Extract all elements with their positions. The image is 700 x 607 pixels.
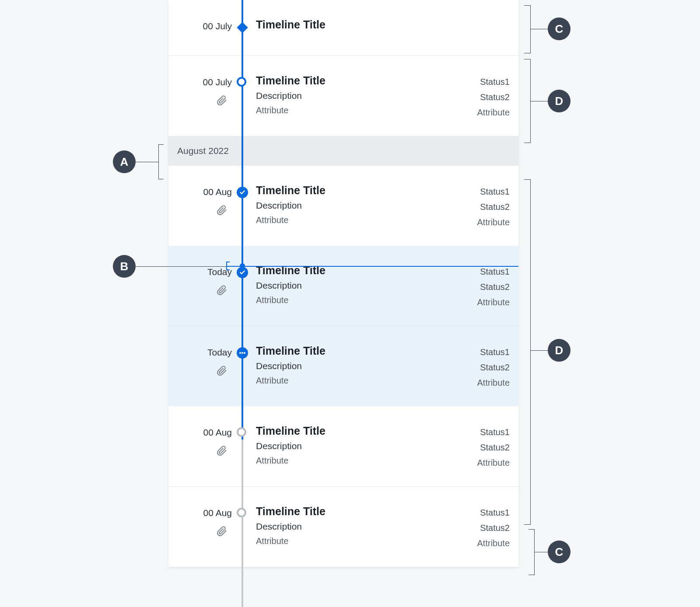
entry-attribute-left: Attribute	[256, 215, 477, 225]
paperclip-icon	[217, 446, 227, 458]
timeline-entry[interactable]: 00 July Timeline Title	[168, 0, 518, 56]
entry-status1: Status1	[477, 427, 510, 437]
circle-open-icon	[237, 77, 248, 88]
annotation-bracket	[158, 144, 164, 179]
entry-attribute-right: Attribute	[477, 538, 510, 548]
paperclip-icon	[217, 205, 227, 217]
entry-title: Timeline Title	[256, 184, 477, 197]
entry-description: Description	[256, 200, 477, 211]
entry-attribute-right: Attribute	[477, 297, 510, 307]
entry-date: 00 July	[168, 21, 232, 31]
entry-description: Description	[256, 280, 477, 291]
svg-point-2	[244, 352, 245, 354]
diamond-icon	[237, 22, 248, 33]
entry-attribute-left: Attribute	[256, 376, 477, 386]
timeline-entry[interactable]: 00 Aug Timeline Title Description Attrib…	[168, 487, 518, 567]
entry-description: Description	[256, 91, 477, 101]
today-marker-dot	[240, 263, 245, 269]
circle-open-gray-icon	[237, 508, 248, 519]
entry-description: Description	[256, 361, 477, 371]
annotation-connector	[136, 162, 158, 162]
annotation-connector	[136, 266, 226, 267]
entry-attribute-right: Attribute	[477, 458, 510, 468]
entry-date: Today	[168, 347, 232, 358]
paperclip-icon	[217, 285, 227, 297]
timeline-entry[interactable]: Today Timeline Title Description Attribu…	[168, 326, 518, 406]
entry-date: 00 Aug	[168, 508, 232, 518]
entry-title: Timeline Title	[256, 74, 477, 87]
annotation-badge-b: B	[113, 255, 136, 278]
annotation-bracket	[524, 59, 531, 143]
entry-status2: Status2	[477, 282, 510, 292]
timeline-entry[interactable]: 00 July Timeline Title Description Attri…	[168, 56, 518, 136]
svg-point-0	[239, 352, 241, 354]
annotation-bracket	[524, 179, 531, 525]
entry-date: Today	[168, 267, 232, 277]
entry-attribute-right: Attribute	[477, 217, 510, 227]
entry-date: 00 July	[168, 77, 232, 87]
entry-attribute-right: Attribute	[477, 108, 510, 118]
entry-date: 00 Aug	[168, 427, 232, 438]
annotation-connector	[531, 101, 548, 101]
today-marker-line	[226, 266, 518, 267]
entry-status1: Status1	[477, 508, 510, 518]
entry-status2: Status2	[477, 523, 510, 533]
timeline-entry[interactable]: Today Timeline Title Description Attribu…	[168, 246, 518, 326]
entry-title: Timeline Title	[256, 425, 477, 437]
annotation-connector	[531, 29, 548, 29]
annotation-connector	[535, 552, 548, 552]
dots-circle-icon	[237, 347, 248, 359]
timeline-group-header: August 2022	[168, 136, 518, 166]
circle-open-gray-icon	[237, 427, 248, 439]
entry-status2: Status2	[477, 202, 510, 212]
entry-attribute-left: Attribute	[256, 295, 477, 305]
entry-title: Timeline Title	[256, 505, 477, 518]
entry-date: 00 Aug	[168, 187, 232, 197]
annotation-bracket	[528, 529, 535, 575]
annotation-bracket	[524, 5, 531, 53]
paperclip-icon	[217, 526, 227, 538]
paperclip-icon	[217, 95, 227, 108]
annotation-badge-c: C	[548, 17, 570, 40]
annotation-badge-c: C	[548, 541, 570, 563]
timeline-entry[interactable]: 00 Aug Timeline Title Description Attrib…	[168, 406, 518, 487]
entry-attribute-left: Attribute	[256, 536, 477, 546]
svg-point-1	[242, 352, 243, 354]
entry-title: Timeline Title	[256, 345, 477, 357]
entry-attribute-left: Attribute	[256, 105, 477, 115]
entry-description: Description	[256, 521, 477, 532]
entry-status1: Status1	[477, 267, 510, 277]
annotation-badge-a: A	[113, 150, 136, 173]
annotation-connector	[531, 350, 548, 351]
timeline-card: 00 July Timeline Title 00 July Timeline …	[168, 0, 518, 567]
check-circle-icon	[237, 187, 248, 198]
annotation-badge-d: D	[548, 339, 570, 362]
entry-title: Timeline Title	[256, 18, 510, 31]
paperclip-icon	[217, 366, 227, 378]
timeline-entry[interactable]: 00 Aug Timeline Title Description Attrib…	[168, 166, 518, 246]
annotation-badge-d: D	[548, 90, 570, 112]
entry-description: Description	[256, 441, 477, 451]
entry-status1: Status1	[477, 77, 510, 87]
entry-attribute-left: Attribute	[256, 456, 477, 466]
entry-status1: Status1	[477, 187, 510, 197]
entry-status2: Status2	[477, 363, 510, 373]
entry-status2: Status2	[477, 92, 510, 102]
entry-attribute-right: Attribute	[477, 378, 510, 388]
entry-status1: Status1	[477, 347, 510, 357]
entry-status2: Status2	[477, 443, 510, 453]
